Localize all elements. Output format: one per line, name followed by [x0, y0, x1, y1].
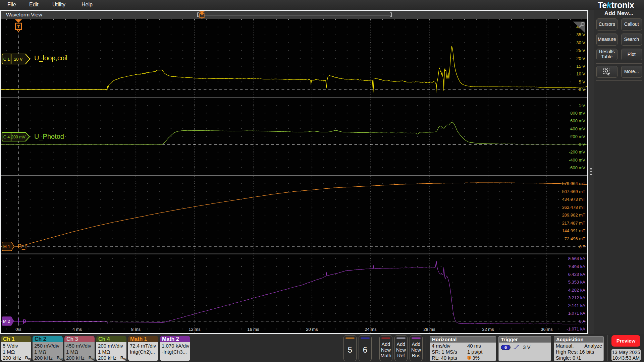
svg-text:8.564 kA: 8.564 kA [568, 256, 586, 261]
svg-text:362.478 mT: 362.478 mT [562, 205, 585, 210]
svg-text:800 mV: 800 mV [570, 111, 585, 116]
svg-text:400 mV: 400 mV [570, 126, 585, 131]
svg-text:32 ms: 32 ms [482, 327, 494, 332]
svg-text:-200 mV: -200 mV [569, 149, 585, 155]
svg-text:T: T [468, 356, 470, 359]
svg-text:-400 mV: -400 mV [569, 158, 585, 163]
svg-text:20 V: 20 V [14, 57, 23, 62]
svg-text:200 mV: 200 mV [11, 135, 26, 139]
svg-text:1.071 kA: 1.071 kA [568, 311, 586, 316]
svg-text:U_Photod: U_Photod [34, 133, 64, 140]
svg-text:M 2: M 2 [3, 319, 10, 324]
svg-text:24 ms: 24 ms [365, 327, 377, 332]
svg-text:35 V: 35 V [576, 32, 585, 37]
svg-text:579.964 mT: 579.964 mT [562, 181, 585, 186]
svg-text:217.487 mT: 217.487 mT [562, 221, 585, 226]
svg-text:12 ms: 12 ms [189, 327, 201, 332]
svg-text:B_t: B_t [18, 243, 27, 250]
svg-text:600 mV: 600 mV [570, 118, 585, 123]
svg-text:6.423 kA: 6.423 kA [568, 272, 586, 277]
svg-text:0 V: 0 V [579, 87, 585, 92]
svg-text:20 ms: 20 ms [306, 327, 318, 332]
svg-text:C 4: C 4 [3, 135, 10, 139]
svg-text:-600 mV: -600 mV [569, 165, 585, 170]
svg-text:5.353 kA: 5.353 kA [568, 280, 586, 285]
svg-text:144.991 mT: 144.991 mT [562, 228, 585, 233]
svg-text:30 V: 30 V [576, 40, 585, 45]
svg-text:0 V: 0 V [579, 142, 585, 147]
svg-text:3.212 kA: 3.212 kA [568, 295, 586, 300]
svg-text:1 V: 1 V [579, 103, 585, 108]
svg-text:0 s: 0 s [15, 327, 21, 332]
svg-text:2.141 kA: 2.141 kA [568, 303, 586, 308]
svg-text:434.973 mT: 434.973 mT [562, 197, 585, 202]
svg-text:10 V: 10 V [576, 71, 585, 76]
svg-text:I_p: I_p [18, 317, 26, 324]
svg-text:T: T [17, 24, 20, 29]
svg-text:U_loop,coil: U_loop,coil [34, 54, 67, 62]
svg-text:16 ms: 16 ms [247, 327, 259, 332]
svg-text:M 1: M 1 [3, 244, 10, 249]
svg-text:7.494 kA: 7.494 kA [568, 264, 586, 269]
svg-text:28 ms: 28 ms [423, 327, 435, 332]
svg-text:289.982 mT: 289.982 mT [562, 213, 585, 218]
svg-text:20 V: 20 V [576, 56, 585, 61]
svg-text:4.282 kA: 4.282 kA [568, 288, 586, 293]
svg-text:0 A: 0 A [579, 319, 585, 324]
svg-text:4 ms: 4 ms [72, 327, 82, 332]
svg-text:507.469 mT: 507.469 mT [562, 189, 585, 194]
svg-text:-1.071 kA: -1.071 kA [567, 326, 585, 331]
svg-text:36 ms: 36 ms [541, 327, 553, 332]
svg-text:200 mV: 200 mV [570, 134, 585, 139]
svg-text:25 V: 25 V [576, 48, 585, 53]
svg-text:5 V: 5 V [579, 79, 585, 84]
svg-text:0 T: 0 T [579, 244, 585, 249]
svg-text:C 1: C 1 [3, 57, 10, 62]
svg-text:8 ms: 8 ms [131, 327, 141, 332]
svg-text:72.496 mT: 72.496 mT [565, 236, 585, 241]
svg-text:15 V: 15 V [576, 64, 585, 69]
